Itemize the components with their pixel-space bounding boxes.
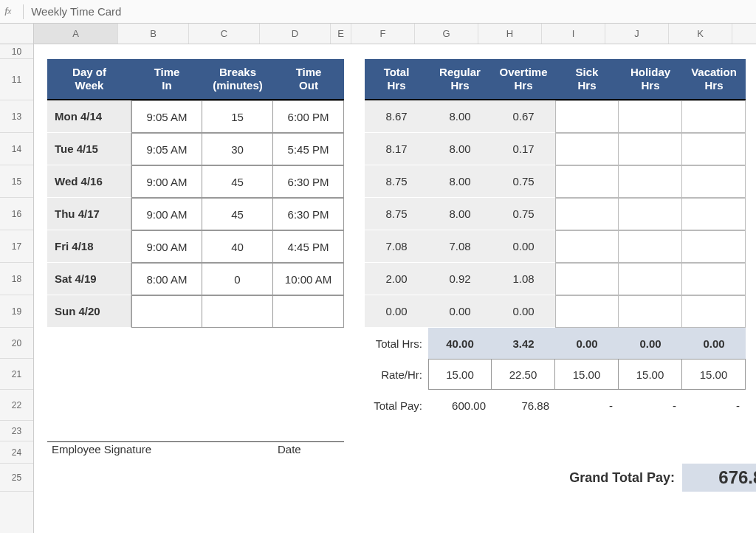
holiday-hrs-cell[interactable] <box>619 263 682 295</box>
row-header[interactable]: 25 <box>0 464 33 492</box>
col-header-C[interactable]: C <box>189 24 260 44</box>
label-rate: Rate/Hr: <box>365 359 428 390</box>
breaks-cell[interactable] <box>202 295 273 328</box>
breaks-cell[interactable]: 40 <box>202 230 273 263</box>
col-header-D[interactable]: D <box>260 24 331 44</box>
col-header-K[interactable]: K <box>669 24 732 44</box>
row-header[interactable]: 11 <box>0 59 33 100</box>
holiday-hrs-cell[interactable] <box>619 100 682 133</box>
vacation-hrs-cell[interactable] <box>682 165 746 198</box>
breaks-cell[interactable]: 15 <box>202 100 273 133</box>
hdr-breaks: Breaks (minutes) <box>202 59 273 100</box>
row-header[interactable]: 10 <box>0 44 33 59</box>
cells-area[interactable]: Day of Week Time In Breaks (minutes) Tim… <box>34 44 756 533</box>
col-header-H[interactable]: H <box>478 24 542 44</box>
hdr-sick: Sick Hrs <box>555 59 619 100</box>
hdr-total: Total Hrs <box>365 59 428 100</box>
label-date: Date <box>273 443 301 455</box>
calc-row: 0.00 0.00 0.00 <box>365 295 746 328</box>
rate-sick[interactable]: 15.00 <box>555 359 619 390</box>
holiday-hrs-cell[interactable] <box>619 133 682 165</box>
row-header[interactable]: 15 <box>0 165 33 198</box>
sick-hrs-cell[interactable] <box>555 133 619 165</box>
sick-hrs-cell[interactable] <box>555 198 619 230</box>
breaks-cell[interactable]: 45 <box>202 165 273 198</box>
time-in-cell[interactable]: 9:00 AM <box>131 165 202 198</box>
time-out-cell[interactable]: 6:00 PM <box>273 100 344 133</box>
calc-row: 8.75 8.00 0.75 <box>365 198 746 230</box>
time-in-cell[interactable]: 9:05 AM <box>131 100 202 133</box>
select-all-corner[interactable] <box>0 24 34 44</box>
time-out-cell[interactable] <box>273 295 344 328</box>
breaks-cell[interactable]: 0 <box>202 263 273 295</box>
total-hrs-cell: 8.75 <box>365 165 428 198</box>
holiday-hrs-cell[interactable] <box>619 165 682 198</box>
holiday-hrs-cell[interactable] <box>619 230 682 263</box>
row-header[interactable]: 21 <box>0 359 33 390</box>
row-header[interactable]: 17 <box>0 230 33 263</box>
time-out-cell[interactable]: 6:30 PM <box>273 198 344 230</box>
time-in-cell[interactable]: 9:00 AM <box>131 230 202 263</box>
time-in-cell[interactable]: 9:00 AM <box>131 198 202 230</box>
col-header-I[interactable]: I <box>542 24 605 44</box>
vacation-hrs-cell[interactable] <box>682 295 746 328</box>
row-header[interactable]: 14 <box>0 133 33 165</box>
calc-row: 8.75 8.00 0.75 <box>365 165 746 198</box>
column-headers: A B C D E F G H I J K <box>0 24 756 44</box>
row-header[interactable]: 20 <box>0 328 33 359</box>
rate-ot[interactable]: 22.50 <box>492 359 555 390</box>
time-out-cell[interactable]: 10:00 AM <box>273 263 344 295</box>
time-in-cell[interactable] <box>131 295 202 328</box>
row-header[interactable]: 23 <box>0 421 33 441</box>
time-out-cell[interactable]: 6:30 PM <box>273 165 344 198</box>
sick-hrs-cell[interactable] <box>555 263 619 295</box>
ot-hrs-cell: 0.75 <box>492 198 555 230</box>
row-header[interactable]: 19 <box>0 295 33 328</box>
row-header[interactable]: 18 <box>0 263 33 295</box>
hdr-regular: Regular Hrs <box>428 59 492 100</box>
total-hrs-sick: 0.00 <box>555 328 619 359</box>
col-header-E[interactable]: E <box>331 24 351 44</box>
reg-hrs-cell: 0.92 <box>428 263 492 295</box>
breaks-cell[interactable]: 45 <box>202 198 273 230</box>
pay-sick: - <box>555 390 619 421</box>
sick-hrs-cell[interactable] <box>555 230 619 263</box>
rate-reg[interactable]: 15.00 <box>428 359 492 390</box>
spreadsheet-viewport: fx A B C D E F G H I J K 10 11 13 14 15 … <box>0 0 756 533</box>
vacation-hrs-cell[interactable] <box>682 198 746 230</box>
sick-hrs-cell[interactable] <box>555 165 619 198</box>
row-header[interactable]: 24 <box>0 441 33 464</box>
fx-icon[interactable]: fx <box>4 5 17 18</box>
time-out-cell[interactable]: 5:45 PM <box>273 133 344 165</box>
holiday-hrs-cell[interactable] <box>619 295 682 328</box>
reg-hrs-cell: 8.00 <box>428 100 492 133</box>
time-out-cell[interactable]: 4:45 PM <box>273 230 344 263</box>
vacation-hrs-cell[interactable] <box>682 230 746 263</box>
breaks-cell[interactable]: 30 <box>202 133 273 165</box>
sick-hrs-cell[interactable] <box>555 295 619 328</box>
formula-input[interactable] <box>30 4 752 18</box>
label-grand-total: Grand Total Pay: <box>492 464 682 492</box>
day-label: Fri 4/18 <box>47 230 131 263</box>
time-in-cell[interactable]: 8:00 AM <box>131 263 202 295</box>
vacation-hrs-cell[interactable] <box>682 133 746 165</box>
vacation-hrs-cell[interactable] <box>682 263 746 295</box>
col-header-J[interactable]: J <box>605 24 669 44</box>
col-header-G[interactable]: G <box>415 24 478 44</box>
row-header[interactable]: 16 <box>0 198 33 230</box>
row-header[interactable]: 13 <box>0 100 33 133</box>
col-header-A[interactable]: A <box>34 24 118 44</box>
reg-hrs-cell: 7.08 <box>428 230 492 263</box>
rate-hol[interactable]: 15.00 <box>619 359 682 390</box>
sick-hrs-cell[interactable] <box>555 100 619 133</box>
total-hrs-reg: 40.00 <box>428 328 492 359</box>
hdr-overtime: Overtime Hrs <box>492 59 555 100</box>
reg-hrs-cell: 8.00 <box>428 198 492 230</box>
vacation-hrs-cell[interactable] <box>682 100 746 133</box>
row-header[interactable]: 22 <box>0 390 33 421</box>
time-in-cell[interactable]: 9:05 AM <box>131 133 202 165</box>
rate-vac[interactable]: 15.00 <box>682 359 746 390</box>
col-header-B[interactable]: B <box>118 24 189 44</box>
col-header-F[interactable]: F <box>351 24 415 44</box>
holiday-hrs-cell[interactable] <box>619 198 682 230</box>
